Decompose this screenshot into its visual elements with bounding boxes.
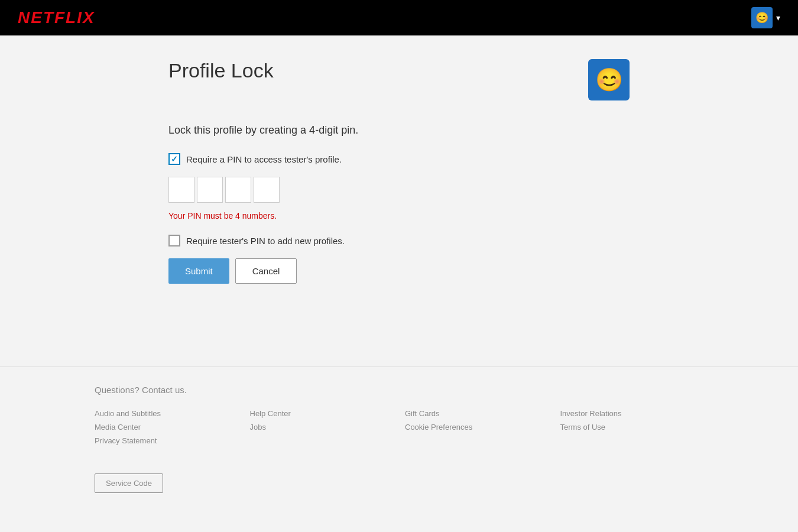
footer-col-1: Audio and Subtitles Media Center Privacy…: [95, 409, 238, 450]
footer-col-3: Gift Cards Cookie Preferences: [405, 409, 549, 450]
header: NETFLIX 😊 ▾: [0, 0, 798, 35]
page-title: Profile Lock: [168, 59, 274, 82]
pin-input-1[interactable]: [168, 177, 194, 203]
footer-link-investor-relations[interactable]: Investor Relations: [560, 409, 704, 418]
checkbox1-row: Require a PIN to access tester's profile…: [168, 153, 630, 165]
button-row: Submit Cancel: [168, 258, 630, 284]
checkbox1-label: Require a PIN to access tester's profile…: [186, 154, 342, 164]
checkbox1[interactable]: [168, 153, 180, 165]
footer-link-terms-of-use[interactable]: Terms of Use: [560, 423, 704, 432]
profile-avatar-header[interactable]: 😊: [751, 7, 773, 28]
footer-link-privacy[interactable]: Privacy Statement: [95, 436, 238, 445]
footer-link-media-center[interactable]: Media Center: [95, 423, 238, 432]
netflix-logo: NETFLIX: [18, 8, 95, 27]
service-code-button[interactable]: Service Code: [95, 473, 163, 493]
footer-link-gift-cards[interactable]: Gift Cards: [405, 409, 549, 418]
submit-button[interactable]: Submit: [168, 258, 229, 284]
footer-col-2: Help Center Jobs: [250, 409, 394, 450]
dropdown-arrow-icon[interactable]: ▾: [776, 13, 780, 22]
profile-smiley-main-icon: 😊: [595, 67, 623, 93]
footer-divider: [0, 366, 798, 367]
footer-contact-text: Questions? Contact us.: [95, 385, 703, 395]
pin-inputs-container: [168, 177, 630, 203]
page-header: Profile Lock 😊: [168, 59, 630, 100]
cancel-button[interactable]: Cancel: [235, 258, 297, 284]
profile-smiley-icon: 😊: [755, 12, 768, 23]
pin-input-3[interactable]: [225, 177, 251, 203]
pin-input-2[interactable]: [197, 177, 223, 203]
footer-link-cookie-preferences[interactable]: Cookie Preferences: [405, 423, 549, 432]
footer: Questions? Contact us. Audio and Subtitl…: [0, 385, 798, 493]
footer-col-4: Investor Relations Terms of Use: [560, 409, 704, 450]
footer-link-jobs[interactable]: Jobs: [250, 423, 394, 432]
checkbox2[interactable]: [168, 235, 180, 246]
subtitle-text: Lock this profile by creating a 4-digit …: [168, 124, 630, 137]
main-content: Profile Lock 😊 Lock this profile by crea…: [74, 35, 724, 307]
pin-error-message: Your PIN must be 4 numbers.: [168, 211, 630, 220]
footer-link-audio-subtitles[interactable]: Audio and Subtitles: [95, 409, 238, 418]
pin-input-4[interactable]: [254, 177, 280, 203]
checkbox2-label: Require tester's PIN to add new profiles…: [186, 236, 345, 246]
profile-avatar-main: 😊: [588, 59, 630, 100]
footer-link-help-center[interactable]: Help Center: [250, 409, 394, 418]
checkbox2-row: Require tester's PIN to add new profiles…: [168, 235, 630, 246]
header-right: 😊 ▾: [751, 7, 780, 28]
footer-links-grid: Audio and Subtitles Media Center Privacy…: [95, 409, 703, 450]
